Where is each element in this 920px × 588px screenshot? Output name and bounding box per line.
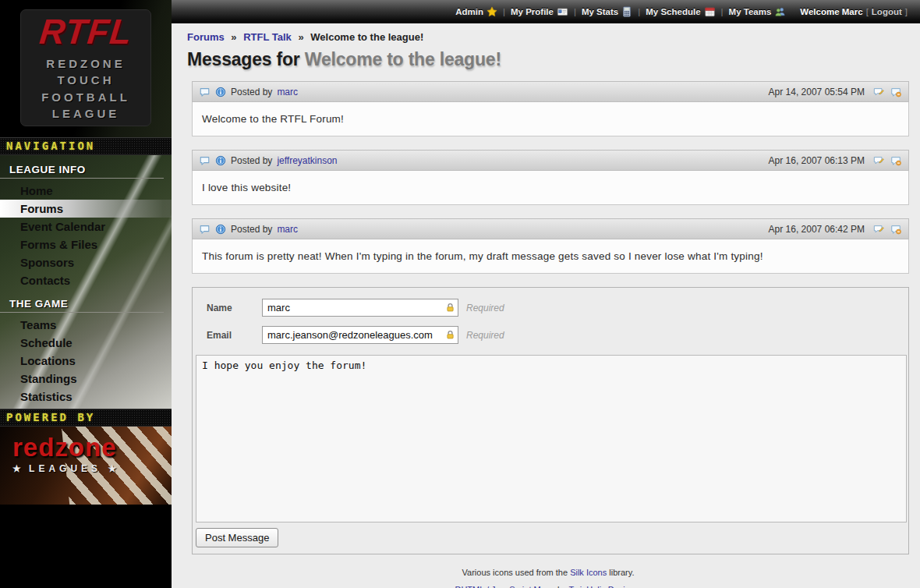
topbar-separator: |: [574, 7, 576, 16]
redzone-logo-subtext: ★ LEAGUES ★: [12, 463, 172, 474]
sidebar-item-statistics[interactable]: Statistics: [0, 388, 172, 406]
topbar-item-my-teams[interactable]: My Teams: [729, 6, 787, 17]
email-field[interactable]: [262, 326, 458, 344]
comment-delete-icon[interactable]: [890, 155, 902, 166]
breadcrumb-current: Welcome to the league!: [310, 31, 423, 43]
comment-edit-icon[interactable]: [872, 155, 885, 166]
forum-post: Posted by marc Apr 16, 2007 06:42 PM Thi…: [192, 218, 909, 274]
breadcrumb: Forums » RTFL Talk » Welcome to the leag…: [187, 31, 909, 43]
topbar-item-my-stats[interactable]: My Stats: [582, 6, 632, 17]
sidebar-item-standings[interactable]: Standings: [0, 370, 172, 388]
league-logo-line: FOOTBALL: [41, 89, 130, 105]
sidebar-item-schedule[interactable]: Schedule: [0, 334, 172, 352]
topbar: Admin | My Profile | My Stats | My Sched…: [172, 0, 920, 23]
star-icon: [487, 6, 497, 17]
sidebar-item-forms-files[interactable]: Forms & Files: [0, 236, 172, 253]
post-date: Apr 14, 2007 05:54 PM: [769, 87, 865, 97]
sidebar-nav: LEAGUE INFO Home Forums Event Calendar F…: [0, 155, 172, 409]
comment-icon: [199, 155, 211, 166]
posted-by-label: Posted by: [231, 87, 272, 97]
name-label: Name: [207, 303, 262, 313]
welcome-user-text: Welcome Marc: [800, 7, 862, 16]
calculator-icon: [621, 6, 632, 17]
star-icon: ★: [108, 463, 118, 474]
main-content: Forums » RTFL Talk » Welcome to the leag…: [172, 23, 920, 588]
calendar-icon: [704, 6, 716, 17]
league-logo-line: LEAGUE: [52, 105, 120, 122]
comment-icon: [199, 224, 211, 235]
page-title-topic: Welcome to the league!: [305, 49, 501, 69]
breadcrumb-link-forums[interactable]: Forums: [187, 31, 225, 43]
breadcrumb-separator: »: [231, 31, 236, 43]
post-body: I love this website!: [192, 171, 909, 205]
information-icon[interactable]: [215, 155, 226, 166]
topbar-separator: |: [503, 7, 505, 16]
information-icon[interactable]: [215, 87, 226, 97]
forum-post: Posted by marc Apr 14, 2007 05:54 PM Wel…: [192, 81, 909, 136]
posted-by-label: Posted by: [231, 155, 272, 166]
posted-by-label: Posted by: [231, 224, 272, 235]
comment-edit-icon[interactable]: [872, 87, 885, 97]
required-hint: Required: [466, 330, 504, 341]
sidebar-item-forums[interactable]: Forums: [0, 200, 172, 218]
nav-section-league-info: LEAGUE INFO: [0, 155, 164, 179]
post-author-link[interactable]: marc: [277, 87, 298, 97]
post-message-form: Name Required Email Required I hope you …: [192, 287, 909, 554]
dhtml-menu-link[interactable]: DHTML / JavaScript Menu: [455, 585, 555, 588]
breadcrumb-link-rtfl-talk[interactable]: RTFL Talk: [243, 31, 292, 43]
redzone-logo-text: redzone: [12, 434, 172, 460]
message-textarea[interactable]: I hope you enjoy the forum!: [196, 355, 907, 522]
logout-link[interactable]: Logout: [872, 7, 902, 16]
post-author-link[interactable]: marc: [277, 224, 298, 235]
post-body: This forum is pretty neat! When I'm typi…: [192, 239, 909, 274]
post-date: Apr 16, 2007 06:13 PM: [769, 155, 865, 166]
comment-icon: [199, 87, 211, 97]
page-title: Messages for Welcome to the league!: [187, 49, 909, 70]
post-header: Posted by jeffreyatkinson Apr 16, 2007 0…: [192, 150, 909, 171]
comment-delete-icon[interactable]: [890, 87, 902, 97]
vcard-icon: [557, 6, 568, 17]
league-logo-line: TOUCH: [57, 72, 114, 88]
information-icon[interactable]: [215, 224, 226, 235]
post-message-button[interactable]: Post Message: [196, 528, 278, 547]
topbar-item-my-profile[interactable]: My Profile: [511, 6, 568, 17]
topbar-separator: |: [721, 7, 724, 16]
comment-delete-icon[interactable]: [890, 224, 902, 235]
league-logo-area: RTFL REDZONE TOUCH FOOTBALL LEAGUE: [0, 0, 172, 137]
sidebar-item-locations[interactable]: Locations: [0, 352, 172, 370]
powered-by-header: POWERED BY: [0, 409, 172, 427]
lock-icon: [445, 330, 455, 340]
sidebar-item-contacts[interactable]: Contacts: [0, 271, 172, 289]
sidebar-filler: [0, 505, 172, 588]
logout-bracket: [: [866, 7, 869, 16]
post-body: Welcome to the RTFL Forum!: [192, 102, 909, 136]
group-icon: [774, 6, 786, 17]
comment-edit-icon[interactable]: [872, 224, 885, 235]
twinhelix-link[interactable]: TwinHelix Designs: [569, 585, 639, 588]
sidebar-item-event-calendar[interactable]: Event Calendar: [0, 218, 172, 236]
nav-section-the-game: THE GAME: [0, 289, 164, 313]
sidebar-item-teams[interactable]: Teams: [0, 316, 172, 334]
post-header: Posted by marc Apr 14, 2007 05:54 PM: [192, 81, 909, 102]
post-date: Apr 16, 2007 06:42 PM: [769, 224, 865, 235]
league-logo[interactable]: RTFL REDZONE TOUCH FOOTBALL LEAGUE: [20, 9, 151, 126]
icons-credit-text: Various icons used from the: [462, 568, 571, 577]
topbar-separator: |: [638, 7, 640, 16]
name-field[interactable]: [262, 299, 458, 317]
logout-bracket: ]: [905, 7, 908, 16]
post-author-link[interactable]: jeffreyatkinson: [277, 155, 337, 166]
league-logo-acronym: RTFL: [38, 14, 134, 49]
topbar-item-my-schedule[interactable]: My Schedule: [646, 6, 715, 17]
star-icon: ★: [12, 463, 23, 474]
sidebar-item-home[interactable]: Home: [0, 182, 172, 200]
sidebar: RTFL REDZONE TOUCH FOOTBALL LEAGUE NAVIG…: [0, 0, 172, 588]
sidebar-item-sponsors[interactable]: Sponsors: [0, 253, 172, 271]
topbar-item-admin[interactable]: Admin: [455, 6, 497, 17]
required-hint: Required: [466, 303, 504, 313]
breadcrumb-separator: »: [298, 31, 303, 43]
forum-post: Posted by jeffreyatkinson Apr 16, 2007 0…: [192, 150, 909, 205]
silk-icons-link[interactable]: Silk Icons: [570, 568, 607, 577]
redzone-leagues-logo[interactable]: redzone ★ LEAGUES ★: [0, 427, 172, 505]
navigation-header: NAVIGATION: [0, 137, 172, 155]
lock-icon: [445, 303, 455, 313]
